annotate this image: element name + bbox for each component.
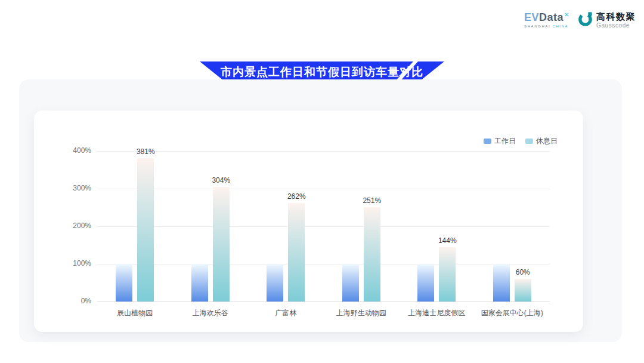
- evdata-subtext: SHANGHAI CHINA: [524, 24, 569, 28]
- legend-swatch: [484, 139, 491, 144]
- bar: [515, 279, 531, 302]
- bar-group: 381%辰山植物园: [97, 151, 173, 302]
- category-label: 上海迪士尼度假区: [408, 308, 465, 318]
- chart-plot: 0%100%200%300%400%381%辰山植物园304%上海欢乐谷262%…: [97, 151, 550, 302]
- page: EVData✕ SHANGHAI CHINA 高科数聚 Gausscode: [0, 0, 644, 363]
- bar-restday: 60%: [515, 279, 531, 302]
- bar-restday: 304%: [213, 187, 230, 302]
- category-label: 上海野生动物园: [336, 308, 386, 318]
- evdata-data-text: Data: [539, 11, 564, 23]
- category-label: 上海欢乐谷: [193, 308, 228, 318]
- legend-item-restday[interactable]: 休息日: [525, 136, 558, 146]
- bar: [439, 247, 456, 302]
- gausscode-text: 高科数聚 Gausscode: [596, 11, 636, 28]
- bar-workday: [116, 264, 132, 302]
- bar-restday: 251%: [364, 207, 380, 302]
- gausscode-en-label: Gausscode: [596, 22, 636, 29]
- category-label: 国家会展中心(上海): [481, 308, 543, 318]
- bar-value-label: 60%: [516, 268, 530, 276]
- bar-workday: [267, 264, 283, 302]
- bar-workday: [342, 264, 359, 302]
- bar: [493, 264, 510, 302]
- evdata-wordmark: EVData✕: [524, 12, 569, 23]
- chart-legend: 工作日休息日: [484, 136, 558, 146]
- bar: [137, 158, 154, 302]
- gausscode-g-icon: [577, 11, 593, 29]
- evdata-subtext-china: CHINA: [553, 24, 569, 28]
- bar-group: 251%上海野生动物园: [324, 151, 400, 302]
- bar-value-label: 144%: [438, 236, 457, 245]
- legend-item-workday[interactable]: 工作日: [484, 136, 516, 146]
- y-axis-tick-label: 400%: [58, 146, 91, 155]
- bar-restday: 262%: [288, 203, 305, 302]
- bar-groups: 381%辰山植物园304%上海欢乐谷262%广富林251%上海野生动物园144%…: [97, 151, 550, 302]
- gausscode-cn-label: 高科数聚: [596, 11, 636, 21]
- category-label: 辰山植物园: [117, 308, 153, 318]
- bar-value-label: 304%: [212, 176, 230, 184]
- bar-group: 262%广富林: [248, 151, 324, 302]
- category-label: 广富林: [275, 308, 296, 318]
- bar: [288, 203, 305, 302]
- y-axis-tick-label: 0%: [58, 297, 91, 305]
- bar: [417, 264, 434, 302]
- bar-group: 144%上海迪士尼度假区: [399, 151, 475, 302]
- bar: [267, 264, 283, 302]
- bar-workday: [493, 264, 510, 302]
- legend-swatch: [525, 139, 533, 144]
- bar-group: 304%上海欢乐谷: [173, 151, 249, 302]
- y-axis-tick-label: 300%: [58, 184, 91, 192]
- evdata-subtext-shanghai: SHANGHAI: [524, 24, 550, 28]
- evdata-x-icon: ✕: [564, 11, 569, 18]
- bar-workday: [191, 264, 208, 302]
- bar-value-label: 381%: [137, 147, 155, 156]
- y-axis-tick-label: 200%: [58, 222, 91, 230]
- bar-restday: 144%: [439, 247, 456, 302]
- bar-value-label: 251%: [363, 196, 381, 205]
- chart-card: 工作日休息日 0%100%200%300%400%381%辰山植物园304%上海…: [34, 110, 583, 332]
- gridline: [97, 302, 550, 302]
- evdata-logo: EVData✕ SHANGHAI CHINA: [524, 12, 569, 28]
- bar-value-label: 262%: [287, 192, 306, 201]
- bar: [191, 264, 208, 302]
- bar-restday: 381%: [137, 158, 154, 302]
- bar-workday: [417, 264, 434, 302]
- bar: [213, 187, 230, 302]
- y-axis-tick-label: 100%: [58, 259, 91, 267]
- bar: [342, 264, 359, 302]
- gausscode-logo: 高科数聚 Gausscode: [577, 11, 636, 29]
- bar: [364, 207, 380, 302]
- evdata-ev-text: EV: [524, 11, 539, 23]
- bar-group: 60%国家会展中心(上海): [475, 151, 550, 302]
- legend-label: 休息日: [536, 136, 558, 146]
- legend-label: 工作日: [494, 136, 516, 146]
- bar: [116, 264, 132, 302]
- logo-row: EVData✕ SHANGHAI CHINA 高科数聚 Gausscode: [524, 11, 636, 29]
